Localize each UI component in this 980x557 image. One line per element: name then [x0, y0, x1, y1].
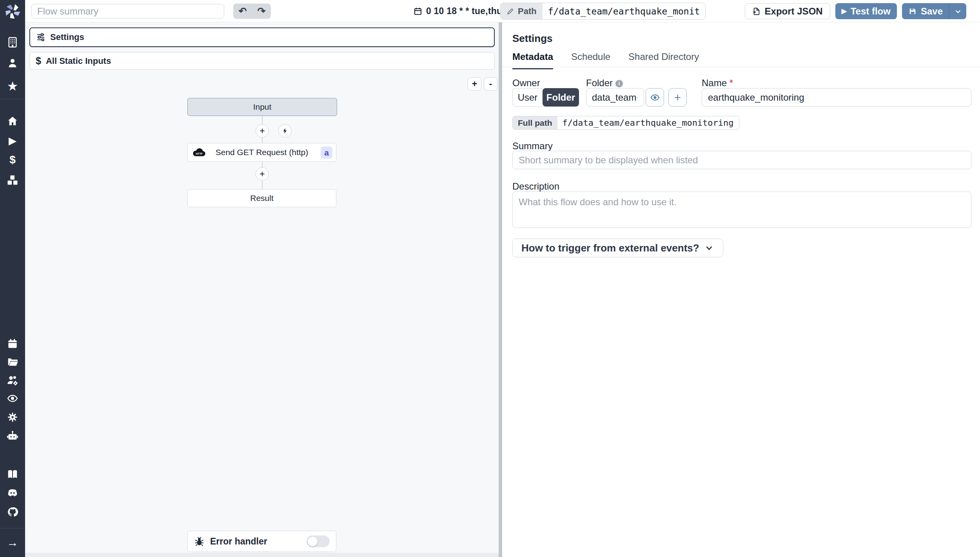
input-node-label: Input [253, 102, 272, 112]
result-node-label: Result [250, 194, 274, 203]
topbar: ↶ ↷ 0 10 18 * * tue,thu Path f/data_team… [25, 0, 980, 22]
sidebar-item-folders[interactable] [4, 354, 21, 369]
save-dropdown-button[interactable] [949, 3, 966, 19]
sidebar-item-workspace[interactable] [4, 34, 21, 50]
sidebar-item-schedules[interactable] [4, 336, 21, 351]
pencil-icon [506, 7, 514, 15]
trigger-help-button[interactable]: How to trigger from external events? [512, 239, 723, 257]
flow-settings-row[interactable]: Settings [29, 27, 495, 47]
trigger-help-label: How to trigger from external events? [521, 242, 699, 254]
sidebar-item-home[interactable] [4, 113, 21, 129]
sidebar-item-audit[interactable] [4, 391, 21, 406]
sidebar-expand-button[interactable]: → [4, 535, 21, 550]
sidebar: ★ ▶ $ [0, 0, 25, 557]
result-node[interactable]: Result [187, 189, 336, 207]
dollar-icon: $ [9, 154, 16, 166]
arrow-right-icon: → [7, 537, 18, 548]
panel-title: Settings [512, 33, 553, 45]
name-label: Name * [702, 78, 733, 89]
zoom-in-button[interactable]: + [468, 77, 481, 91]
redo-button[interactable]: ↷ [252, 4, 271, 19]
sidebar-item-settings[interactable] [4, 409, 21, 425]
save-split-button: Save [902, 3, 966, 19]
plus-icon: + [260, 169, 265, 179]
owner-label: Owner [512, 78, 540, 89]
sidebar-item-variables[interactable]: $ [4, 152, 21, 168]
app-root: ★ ▶ $ [0, 0, 980, 557]
folder-select-value: data_team [592, 92, 636, 103]
full-path-value: f/data_team/earthquake_monitoring [557, 116, 739, 129]
undo-button[interactable]: ↶ [233, 4, 252, 19]
add-step-button-top[interactable]: + [256, 124, 269, 137]
tabs-underline [502, 67, 980, 67]
windmill-logo[interactable] [4, 3, 21, 20]
plus-icon: + [472, 79, 477, 89]
required-mark: * [730, 78, 733, 88]
summary-input[interactable] [512, 151, 971, 169]
test-flow-label: Test flow [851, 6, 891, 17]
canvas-zoom-controls: + - [468, 77, 497, 91]
export-json-button[interactable]: Export JSON [745, 3, 830, 19]
sidebar-item-discord[interactable] [4, 485, 21, 501]
chevron-down-icon [704, 243, 714, 253]
chevron-down-icon [636, 94, 639, 101]
sidebar-item-resources[interactable] [4, 172, 21, 188]
sidebar-item-runs[interactable]: ▶ [4, 133, 21, 148]
folder-open-icon [7, 356, 18, 367]
http-step-node[interactable]: HTTP Send GET Request (http) a [187, 143, 336, 162]
sidebar-item-groups[interactable] [4, 373, 21, 388]
sidebar-divider [0, 528, 25, 528]
save-button[interactable]: Save [902, 3, 949, 19]
flow-name-input[interactable] [702, 88, 971, 107]
folder-select[interactable]: data_team [586, 88, 644, 107]
sidebar-item-github[interactable] [4, 504, 21, 520]
error-handler-node[interactable]: Error handler [187, 531, 336, 552]
info-icon[interactable]: i [615, 80, 623, 87]
test-flow-button[interactable]: ▶ Test flow [835, 3, 897, 19]
zoom-out-button[interactable]: - [484, 77, 497, 91]
path-control: Path f/data_team/earthquake_monit [500, 3, 706, 20]
flow-summary-input[interactable] [31, 4, 224, 18]
input-node[interactable]: Input [187, 98, 337, 116]
flow-settings-row-label: Settings [50, 32, 84, 42]
home-icon [7, 115, 18, 127]
building-icon [6, 36, 19, 49]
play-icon: ▶ [842, 7, 847, 15]
all-static-inputs-row[interactable]: $ All Static Inputs [29, 52, 495, 70]
description-textarea[interactable] [512, 192, 971, 228]
path-value[interactable]: f/data_team/earthquake_monit [543, 3, 706, 19]
canvas-bottom-strip [25, 553, 499, 557]
undo-icon: ↶ [233, 5, 252, 17]
owner-user-option[interactable]: User [512, 88, 543, 107]
sidebar-item-favorites[interactable]: ★ [4, 78, 21, 94]
star-icon: ★ [7, 80, 18, 92]
gear-icon [7, 411, 18, 423]
undo-redo-group: ↶ ↷ [233, 4, 271, 19]
sidebar-item-user[interactable] [4, 55, 21, 71]
summary-label: Summary [512, 141, 553, 152]
new-folder-button[interactable]: + [668, 88, 687, 107]
flow-canvas: Settings $ All Static Inputs + - Input +… [25, 22, 499, 557]
sidebar-divider [0, 99, 25, 99]
owner-folder-option[interactable]: Folder [543, 88, 579, 107]
add-trigger-button[interactable] [278, 124, 292, 137]
add-step-button-bottom[interactable]: + [256, 167, 269, 181]
full-path-display: Full path f/data_team/earthquake_monitor… [512, 116, 739, 130]
sidebar-item-workers[interactable] [4, 428, 21, 444]
save-icon [908, 7, 917, 16]
edit-path-button[interactable]: Path [501, 3, 543, 19]
windmill-logo-icon [5, 4, 20, 19]
error-handler-toggle[interactable] [307, 535, 330, 547]
cron-schedule-text: 0 10 18 * * tue,thu [426, 6, 502, 16]
robot-icon [6, 430, 19, 442]
all-static-inputs-label: All Static Inputs [46, 56, 111, 66]
play-icon: ▶ [9, 136, 16, 146]
panel-splitter[interactable] [499, 22, 502, 557]
full-path-label: Full path [513, 116, 557, 129]
discord-icon [7, 487, 18, 499]
sliders-icon [36, 33, 45, 42]
view-folder-button[interactable] [646, 88, 664, 107]
eye-icon [650, 92, 660, 103]
sidebar-item-docs[interactable] [4, 467, 21, 482]
schedule-summary[interactable]: 0 10 18 * * tue,thu [413, 0, 502, 22]
